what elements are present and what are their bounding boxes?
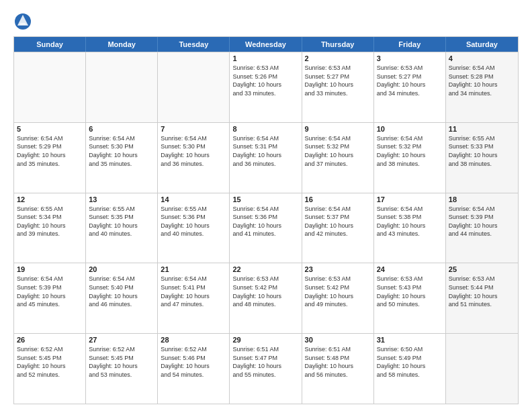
calendar-day-6: 6Sunrise: 6:54 AM Sunset: 5:30 PM Daylig… bbox=[86, 123, 158, 193]
day-info: Sunrise: 6:53 AM Sunset: 5:27 PM Dayligh… bbox=[305, 64, 371, 97]
weekday-header-monday: Monday bbox=[86, 37, 158, 52]
day-number: 5 bbox=[17, 125, 83, 133]
day-info: Sunrise: 6:53 AM Sunset: 5:44 PM Dayligh… bbox=[449, 275, 515, 308]
calendar-row: 1Sunrise: 6:53 AM Sunset: 5:26 PM Daylig… bbox=[14, 52, 518, 122]
calendar-day-27: 27Sunrise: 6:52 AM Sunset: 5:45 PM Dayli… bbox=[86, 334, 158, 404]
calendar-day-25: 25Sunrise: 6:53 AM Sunset: 5:44 PM Dayli… bbox=[446, 263, 518, 333]
calendar-day-12: 12Sunrise: 6:55 AM Sunset: 5:34 PM Dayli… bbox=[14, 193, 86, 263]
day-number: 14 bbox=[161, 195, 226, 203]
day-number: 21 bbox=[161, 265, 226, 273]
svg-rect-2 bbox=[20, 23, 26, 25]
day-number: 8 bbox=[232, 125, 298, 133]
day-number: 26 bbox=[17, 336, 83, 344]
day-number: 27 bbox=[89, 336, 154, 344]
day-number: 19 bbox=[17, 265, 83, 273]
calendar-day-16: 16Sunrise: 6:54 AM Sunset: 5:37 PM Dayli… bbox=[302, 193, 374, 263]
calendar-row: 5Sunrise: 6:54 AM Sunset: 5:29 PM Daylig… bbox=[14, 122, 518, 193]
calendar-day-1: 1Sunrise: 6:53 AM Sunset: 5:26 PM Daylig… bbox=[230, 52, 302, 122]
day-number: 18 bbox=[449, 195, 515, 203]
calendar-day-15: 15Sunrise: 6:54 AM Sunset: 5:36 PM Dayli… bbox=[230, 193, 302, 263]
calendar-day-14: 14Sunrise: 6:55 AM Sunset: 5:36 PM Dayli… bbox=[158, 193, 230, 263]
calendar-day-29: 29Sunrise: 6:51 AM Sunset: 5:47 PM Dayli… bbox=[230, 334, 302, 404]
day-number: 10 bbox=[377, 125, 443, 133]
day-info: Sunrise: 6:54 AM Sunset: 5:37 PM Dayligh… bbox=[305, 205, 371, 238]
header bbox=[13, 12, 519, 31]
day-number: 6 bbox=[89, 125, 154, 133]
day-info: Sunrise: 6:54 AM Sunset: 5:41 PM Dayligh… bbox=[161, 275, 226, 308]
calendar-empty-cell bbox=[158, 52, 230, 122]
calendar-row: 19Sunrise: 6:54 AM Sunset: 5:39 PM Dayli… bbox=[14, 263, 518, 333]
day-info: Sunrise: 6:54 AM Sunset: 5:28 PM Dayligh… bbox=[449, 64, 515, 97]
day-info: Sunrise: 6:53 AM Sunset: 5:43 PM Dayligh… bbox=[377, 275, 443, 308]
day-info: Sunrise: 6:51 AM Sunset: 5:48 PM Dayligh… bbox=[305, 345, 371, 379]
weekday-header-friday: Friday bbox=[374, 37, 446, 52]
calendar-day-13: 13Sunrise: 6:55 AM Sunset: 5:35 PM Dayli… bbox=[86, 193, 158, 263]
calendar-day-24: 24Sunrise: 6:53 AM Sunset: 5:43 PM Dayli… bbox=[374, 263, 446, 333]
day-info: Sunrise: 6:54 AM Sunset: 5:38 PM Dayligh… bbox=[377, 205, 443, 238]
calendar-day-28: 28Sunrise: 6:52 AM Sunset: 5:46 PM Dayli… bbox=[158, 334, 230, 404]
weekday-header-thursday: Thursday bbox=[302, 37, 374, 52]
calendar-day-2: 2Sunrise: 6:53 AM Sunset: 5:27 PM Daylig… bbox=[302, 52, 374, 122]
day-info: Sunrise: 6:53 AM Sunset: 5:42 PM Dayligh… bbox=[232, 275, 298, 308]
calendar-day-23: 23Sunrise: 6:53 AM Sunset: 5:42 PM Dayli… bbox=[302, 263, 374, 333]
day-number: 4 bbox=[449, 54, 515, 62]
day-number: 12 bbox=[17, 195, 83, 203]
calendar-day-7: 7Sunrise: 6:54 AM Sunset: 5:30 PM Daylig… bbox=[158, 123, 230, 193]
logo-icon bbox=[13, 12, 32, 31]
calendar-body: 1Sunrise: 6:53 AM Sunset: 5:26 PM Daylig… bbox=[14, 52, 518, 404]
day-info: Sunrise: 6:54 AM Sunset: 5:29 PM Dayligh… bbox=[17, 134, 83, 168]
day-number: 11 bbox=[449, 125, 515, 133]
day-info: Sunrise: 6:55 AM Sunset: 5:33 PM Dayligh… bbox=[449, 134, 515, 168]
weekday-header-tuesday: Tuesday bbox=[158, 37, 230, 52]
calendar: SundayMondayTuesdayWednesdayThursdayFrid… bbox=[13, 36, 519, 404]
day-number: 2 bbox=[305, 54, 371, 62]
calendar-header: SundayMondayTuesdayWednesdayThursdayFrid… bbox=[14, 37, 518, 52]
day-info: Sunrise: 6:54 AM Sunset: 5:39 PM Dayligh… bbox=[449, 205, 515, 238]
day-number: 23 bbox=[305, 265, 371, 273]
day-number: 30 bbox=[305, 336, 371, 344]
day-info: Sunrise: 6:54 AM Sunset: 5:32 PM Dayligh… bbox=[305, 134, 371, 168]
page: SundayMondayTuesdayWednesdayThursdayFrid… bbox=[0, 0, 532, 411]
calendar-day-21: 21Sunrise: 6:54 AM Sunset: 5:41 PM Dayli… bbox=[158, 263, 230, 333]
day-info: Sunrise: 6:51 AM Sunset: 5:47 PM Dayligh… bbox=[232, 345, 298, 379]
day-info: Sunrise: 6:52 AM Sunset: 5:46 PM Dayligh… bbox=[161, 345, 226, 379]
day-number: 7 bbox=[161, 125, 226, 133]
day-info: Sunrise: 6:54 AM Sunset: 5:30 PM Dayligh… bbox=[161, 134, 226, 168]
day-number: 13 bbox=[89, 195, 154, 203]
weekday-header-sunday: Sunday bbox=[14, 37, 86, 52]
day-info: Sunrise: 6:53 AM Sunset: 5:26 PM Dayligh… bbox=[232, 64, 298, 97]
calendar-empty-cell bbox=[446, 334, 518, 404]
day-info: Sunrise: 6:55 AM Sunset: 5:35 PM Dayligh… bbox=[89, 205, 154, 238]
calendar-day-17: 17Sunrise: 6:54 AM Sunset: 5:38 PM Dayli… bbox=[374, 193, 446, 263]
logo bbox=[13, 12, 35, 31]
day-number: 22 bbox=[232, 265, 298, 273]
day-info: Sunrise: 6:53 AM Sunset: 5:27 PM Dayligh… bbox=[377, 64, 443, 97]
day-number: 20 bbox=[89, 265, 154, 273]
calendar-day-30: 30Sunrise: 6:51 AM Sunset: 5:48 PM Dayli… bbox=[302, 334, 374, 404]
calendar-day-3: 3Sunrise: 6:53 AM Sunset: 5:27 PM Daylig… bbox=[374, 52, 446, 122]
day-info: Sunrise: 6:54 AM Sunset: 5:30 PM Dayligh… bbox=[89, 134, 154, 168]
calendar-day-31: 31Sunrise: 6:50 AM Sunset: 5:49 PM Dayli… bbox=[374, 334, 446, 404]
day-number: 15 bbox=[232, 195, 298, 203]
day-number: 3 bbox=[377, 54, 443, 62]
calendar-day-8: 8Sunrise: 6:54 AM Sunset: 5:31 PM Daylig… bbox=[230, 123, 302, 193]
calendar-empty-cell bbox=[14, 52, 86, 122]
day-info: Sunrise: 6:55 AM Sunset: 5:34 PM Dayligh… bbox=[17, 205, 83, 238]
calendar-day-9: 9Sunrise: 6:54 AM Sunset: 5:32 PM Daylig… bbox=[302, 123, 374, 193]
day-info: Sunrise: 6:54 AM Sunset: 5:40 PM Dayligh… bbox=[89, 275, 154, 308]
calendar-day-4: 4Sunrise: 6:54 AM Sunset: 5:28 PM Daylig… bbox=[446, 52, 518, 122]
calendar-empty-cell bbox=[86, 52, 158, 122]
weekday-header-saturday: Saturday bbox=[446, 37, 518, 52]
calendar-day-11: 11Sunrise: 6:55 AM Sunset: 5:33 PM Dayli… bbox=[446, 123, 518, 193]
day-info: Sunrise: 6:54 AM Sunset: 5:39 PM Dayligh… bbox=[17, 275, 83, 308]
calendar-row: 26Sunrise: 6:52 AM Sunset: 5:45 PM Dayli… bbox=[14, 333, 518, 404]
day-info: Sunrise: 6:50 AM Sunset: 5:49 PM Dayligh… bbox=[377, 345, 443, 379]
calendar-day-10: 10Sunrise: 6:54 AM Sunset: 5:32 PM Dayli… bbox=[374, 123, 446, 193]
day-number: 24 bbox=[377, 265, 443, 273]
day-info: Sunrise: 6:52 AM Sunset: 5:45 PM Dayligh… bbox=[17, 345, 83, 379]
day-info: Sunrise: 6:54 AM Sunset: 5:31 PM Dayligh… bbox=[232, 134, 298, 168]
day-info: Sunrise: 6:52 AM Sunset: 5:45 PM Dayligh… bbox=[89, 345, 154, 379]
day-info: Sunrise: 6:54 AM Sunset: 5:36 PM Dayligh… bbox=[232, 205, 298, 238]
calendar-day-5: 5Sunrise: 6:54 AM Sunset: 5:29 PM Daylig… bbox=[14, 123, 86, 193]
calendar-row: 12Sunrise: 6:55 AM Sunset: 5:34 PM Dayli… bbox=[14, 193, 518, 263]
